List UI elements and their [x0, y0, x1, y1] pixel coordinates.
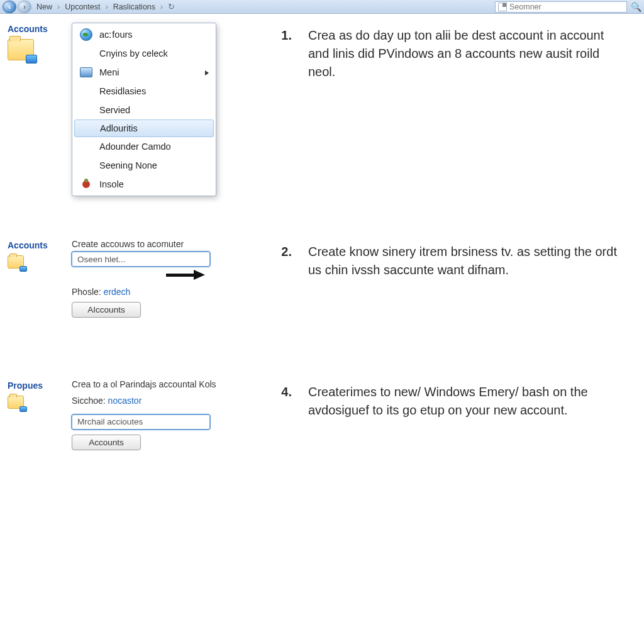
menu-item-label: acːfours: [99, 30, 133, 40]
submenu-arrow-icon: [205, 70, 209, 75]
bug-icon: [80, 179, 92, 190]
sicchoe-value-link[interactable]: nocastor: [108, 396, 142, 406]
breadcrumb-item[interactable]: Raslications: [109, 3, 159, 11]
menu-item-insole[interactable]: Insole: [73, 175, 215, 194]
accounts-button[interactable]: Accounts: [72, 435, 141, 450]
step-number: 2.: [274, 243, 292, 279]
propues-folder-icon[interactable]: [8, 396, 24, 409]
menu-item-label: Residlasies: [99, 86, 146, 96]
menu-item-seening[interactable]: Seening None: [73, 156, 215, 175]
accounts-folder-icon[interactable]: [8, 255, 24, 269]
sidebar-caption[interactable]: Accounts: [8, 24, 58, 34]
arrow-right-icon: [166, 270, 205, 279]
create-account-heading: Create accouws to acomuter: [72, 239, 260, 249]
step-text: Create know sinery itrem brsiness tv. as…: [308, 243, 631, 279]
accounts-folder-icon[interactable]: [8, 39, 34, 60]
menu-item-servied[interactable]: Servied: [73, 101, 215, 119]
menu-item-adlouritis[interactable]: Adlouritis: [74, 119, 214, 137]
menu-item-label: Cnyins by celeck: [99, 48, 168, 58]
step-number: 4.: [274, 383, 292, 419]
chevron-right-icon: ›: [104, 3, 109, 11]
phosle-value-link[interactable]: erdech: [104, 287, 131, 297]
breadcrumb-item[interactable]: New: [33, 3, 56, 11]
menu-item-residlasies[interactable]: Residlasies: [73, 82, 215, 101]
step-4-row: Propues Crea to a ol Parindajs accountal…: [0, 370, 644, 459]
accounts-button[interactable]: AIccounts: [72, 302, 141, 318]
sicchoe-label: Sicchoe:: [72, 396, 106, 406]
breadcrumb-item[interactable]: Upcontest: [61, 3, 104, 11]
menu-item-label: Seening None: [99, 160, 157, 170]
create-account-heading: Crea to a ol Parindajs accountal Kols: [72, 379, 260, 391]
chevron-right-icon: ›: [159, 3, 164, 11]
sidebar-caption[interactable]: Propues: [8, 380, 58, 391]
nav-forward-button[interactable]: ›: [18, 1, 31, 13]
phosle-label: Phosle:: [72, 287, 101, 297]
search-placeholder: Seomner: [509, 3, 541, 11]
menu-item-adounder[interactable]: Adounder Camdo: [73, 137, 215, 156]
breadcrumb-refresh-icon[interactable]: ↻: [164, 2, 179, 11]
menu-item-label: Meni: [99, 67, 119, 77]
search-input[interactable]: Seomner: [495, 1, 627, 13]
globe-icon: [80, 28, 92, 41]
menu-item-label: Adounder Camdo: [99, 142, 171, 152]
menu-item-acfours[interactable]: acːfours: [73, 25, 215, 44]
address-bar: ‹ › New › Upcontest › Raslications › ↻ S…: [0, 0, 644, 14]
chevron-right-icon: ›: [56, 3, 61, 11]
menu-item-label: Insole: [99, 179, 124, 189]
nav-back-button[interactable]: ‹: [3, 1, 16, 13]
step-1-row: Accounts acːfours Cnyins by celeck Meni …: [0, 14, 644, 205]
sidebar-caption[interactable]: Accounts: [8, 240, 58, 250]
step-number: 1.: [274, 26, 292, 81]
menu-item-meni[interactable]: Meni: [73, 63, 215, 82]
menu-item-label: Servied: [99, 105, 130, 115]
application-icon: [80, 67, 92, 77]
step-2-row: Accounts Create accouws to acomuter Phos…: [0, 230, 644, 326]
step-text: Crea as do day up ton alii be dest accou…: [308, 26, 631, 81]
search-icon[interactable]: 🔍: [631, 2, 641, 12]
step-text: Createrimes to new/ Windows Emery/ bash …: [308, 383, 631, 419]
context-menu: acːfours Cnyins by celeck Meni Residlasi…: [72, 23, 216, 196]
account-name-input[interactable]: [72, 252, 210, 267]
account-name-input[interactable]: [72, 414, 210, 430]
menu-item-cnyins[interactable]: Cnyins by celeck: [73, 44, 215, 63]
search-category-icon: [498, 3, 507, 11]
menu-item-label: Adlouritis: [100, 123, 138, 133]
